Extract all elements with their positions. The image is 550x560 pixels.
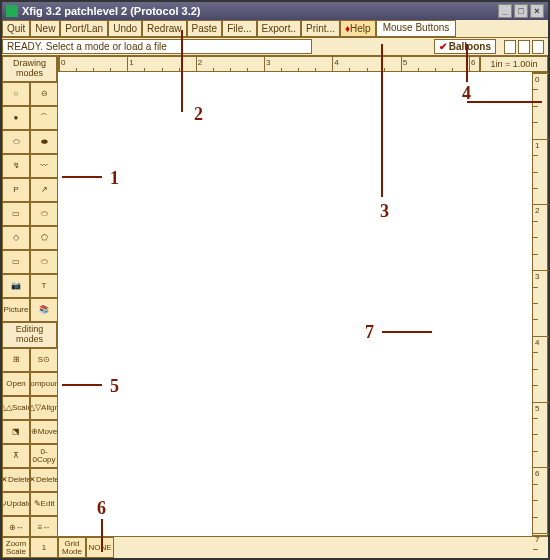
editing-tool[interactable]: ⊕↔ xyxy=(2,516,30,536)
drawing-tool[interactable]: ⬠ xyxy=(30,226,58,250)
app-icon xyxy=(6,5,18,17)
editing-tool[interactable]: Open xyxy=(2,372,30,396)
editing-tool[interactable]: ✎Edit xyxy=(30,492,58,516)
drawing-tool[interactable]: ▭ xyxy=(2,250,30,274)
editing-tool[interactable]: ⊼ xyxy=(2,444,30,468)
editing-tool[interactable]: ⊕Move xyxy=(30,420,58,444)
drawing-tool[interactable]: ⬭ xyxy=(30,250,58,274)
menu-redraw[interactable]: Redraw xyxy=(142,20,186,37)
drawing-tool[interactable]: T xyxy=(30,274,58,298)
maximize-button[interactable]: □ xyxy=(514,4,528,18)
drawing-tool[interactable]: ◇ xyxy=(2,226,30,250)
menu-quit[interactable]: Quit xyxy=(2,20,30,37)
page-icon[interactable] xyxy=(504,40,516,54)
drawing-tool[interactable]: Picture xyxy=(2,298,30,322)
menubar: Quit New Port/Lan Undo Redraw Paste File… xyxy=(2,20,548,38)
drawing-tool[interactable]: P xyxy=(2,178,30,202)
editing-tool[interactable]: 0-0Copy xyxy=(30,444,58,468)
drawing-tool[interactable]: 📚 xyxy=(30,298,58,322)
statusbar: READY. Select a mode or load a file ✔ Ba… xyxy=(2,38,548,56)
drawing-tool[interactable]: ⬬ xyxy=(30,130,58,154)
check-icon: ✔ xyxy=(439,41,447,52)
mouse-buttons-indicator: Mouse Buttons xyxy=(376,20,457,37)
drawing-tool[interactable]: ⌒ xyxy=(30,106,58,130)
zoom-value[interactable]: 1 xyxy=(30,537,58,558)
editing-tool[interactable]: S⊙ xyxy=(30,348,58,372)
editing-tool[interactable]: △△Scale xyxy=(2,396,30,420)
drawing-tool[interactable]: ↗ xyxy=(30,178,58,202)
drawing-tool[interactable]: ▭ xyxy=(2,202,30,226)
drawing-tool[interactable]: ↯ xyxy=(2,154,30,178)
menu-undo[interactable]: Undo xyxy=(108,20,142,37)
menu-file[interactable]: File... xyxy=(222,20,256,37)
menu-print[interactable]: Print... xyxy=(301,20,340,37)
drawing-tool[interactable]: 〰 xyxy=(30,154,58,178)
page-icons xyxy=(504,40,544,54)
drawing-tool[interactable]: ○ xyxy=(2,82,30,106)
titlebar: Xfig 3.2 patchlevel 2 (Protocol 3.2) _ □… xyxy=(2,2,548,20)
editing-tool[interactable]: ✕Delete xyxy=(30,468,58,492)
drawing-tool[interactable]: ● xyxy=(2,106,30,130)
editing-tool[interactable]: △▽Align xyxy=(30,396,58,420)
drawing-tool[interactable]: ⬭ xyxy=(2,130,30,154)
menu-export[interactable]: Export.. xyxy=(257,20,301,37)
window-title: Xfig 3.2 patchlevel 2 (Protocol 3.2) xyxy=(22,5,201,17)
status-message: READY. Select a mode or load a file xyxy=(2,39,312,54)
app-window: Xfig 3.2 patchlevel 2 (Protocol 3.2) _ □… xyxy=(0,0,550,560)
units-indicator[interactable]: 1in = 1.00in xyxy=(480,56,548,72)
tool-panel: Drawing modes ○⊖●⌒⬭⬬↯〰P↗▭⬭◇⬠▭⬭📷TPicture📚… xyxy=(2,56,58,536)
page-icon[interactable] xyxy=(518,40,530,54)
zoom-scale-button[interactable]: Zoom Scale xyxy=(2,537,30,558)
editing-tool[interactable]: ⬔ xyxy=(2,420,30,444)
drawing-modes-header: Drawing modes xyxy=(2,56,57,82)
editing-tool[interactable]: ≡↔ xyxy=(30,516,58,536)
grid-mode-button[interactable]: Grid Mode xyxy=(58,537,86,558)
bottom-bar: Zoom Scale 1 Grid Mode NONE xyxy=(2,536,548,558)
minimize-button[interactable]: _ xyxy=(498,4,512,18)
drawing-tool[interactable]: ⊖ xyxy=(30,82,58,106)
editing-modes-header: Editing modes xyxy=(2,322,57,348)
close-button[interactable]: × xyxy=(530,4,544,18)
editing-tool[interactable]: Compound xyxy=(30,372,58,396)
drawing-tool[interactable]: ⬭ xyxy=(30,202,58,226)
canvas-area: 0123456 1in = 1.00in 01234567 xyxy=(58,56,548,536)
menu-paste[interactable]: Paste xyxy=(187,20,223,37)
editing-tool[interactable]: ✕Delete xyxy=(2,468,30,492)
grid-value[interactable]: NONE xyxy=(86,537,114,558)
page-icon[interactable] xyxy=(532,40,544,54)
menu-portlan[interactable]: Port/Lan xyxy=(60,20,108,37)
drawing-tool[interactable]: 📷 xyxy=(2,274,30,298)
ruler-vertical: 01234567 xyxy=(532,72,548,536)
balloons-toggle[interactable]: ✔ Balloons xyxy=(434,39,496,54)
editing-tool[interactable]: ↻Update xyxy=(2,492,30,516)
ruler-horizontal: 0123456 xyxy=(58,56,480,72)
editing-tool[interactable]: ⊞ xyxy=(2,348,30,372)
menu-new[interactable]: New xyxy=(30,20,60,37)
menu-help[interactable]: ♦Help xyxy=(340,20,376,37)
drawing-canvas[interactable] xyxy=(58,72,532,536)
